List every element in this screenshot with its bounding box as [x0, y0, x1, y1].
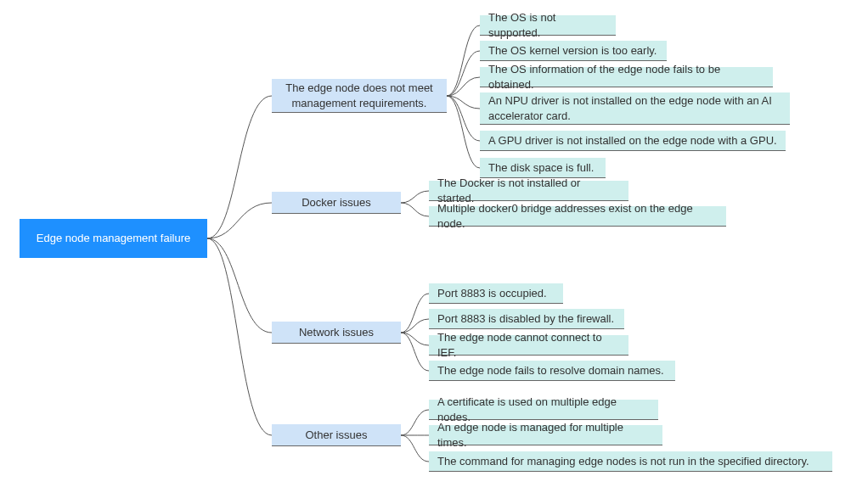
- branch-node-docker: Docker issues: [272, 192, 401, 214]
- leaf-node: The OS is not supported.: [480, 15, 616, 36]
- leaf-node: The OS kernel version is too early.: [480, 41, 667, 61]
- leaf-label: The edge node cannot connect to IEF.: [437, 330, 620, 360]
- leaf-label: Port 8883 is disabled by the firewall.: [437, 311, 614, 327]
- branch-node-other: Other issues: [272, 424, 401, 446]
- branch-node-requirements: The edge node does not meet management r…: [272, 79, 447, 113]
- branch-label: Network issues: [299, 325, 374, 340]
- leaf-node: The command for managing edge nodes is n…: [429, 451, 832, 472]
- leaf-node: Multiple docker0 bridge addresses exist …: [429, 206, 726, 227]
- leaf-node: The edge node fails to resolve domain na…: [429, 361, 675, 381]
- leaf-node: A certificate is used on multiple edge n…: [429, 400, 658, 420]
- leaf-node: Port 8883 is disabled by the firewall.: [429, 309, 624, 329]
- leaf-label: The OS information of the edge node fail…: [488, 62, 764, 92]
- branch-label: Docker issues: [302, 195, 371, 210]
- leaf-label: Port 8883 is occupied.: [437, 286, 547, 301]
- leaf-node: An NPU driver is not installed on the ed…: [480, 92, 790, 125]
- leaf-label: An NPU driver is not installed on the ed…: [488, 93, 781, 123]
- leaf-label: A GPU driver is not installed on the edg…: [488, 133, 777, 148]
- leaf-node: The Docker is not installed or started.: [429, 181, 628, 201]
- leaf-label: An edge node is managed for multiple tim…: [437, 420, 654, 450]
- leaf-node: A GPU driver is not installed on the edg…: [480, 131, 786, 151]
- root-label: Edge node management failure: [37, 231, 190, 246]
- leaf-label: The OS is not supported.: [488, 10, 607, 40]
- branch-node-network: Network issues: [272, 322, 401, 344]
- leaf-node: The OS information of the edge node fail…: [480, 67, 773, 87]
- leaf-label: The edge node fails to resolve domain na…: [437, 363, 664, 378]
- leaf-label: The OS kernel version is too early.: [488, 43, 657, 59]
- branch-label: Other issues: [306, 428, 368, 443]
- leaf-node: The edge node cannot connect to IEF.: [429, 335, 628, 356]
- leaf-label: Multiple docker0 bridge addresses exist …: [437, 201, 718, 231]
- leaf-node: An edge node is managed for multiple tim…: [429, 425, 662, 445]
- branch-label: The edge node does not meet management r…: [280, 81, 438, 110]
- leaf-label: The disk space is full.: [488, 160, 594, 176]
- leaf-label: The command for managing edge nodes is n…: [437, 454, 809, 469]
- root-node: Edge node management failure: [20, 219, 207, 258]
- leaf-node: Port 8883 is occupied.: [429, 283, 563, 304]
